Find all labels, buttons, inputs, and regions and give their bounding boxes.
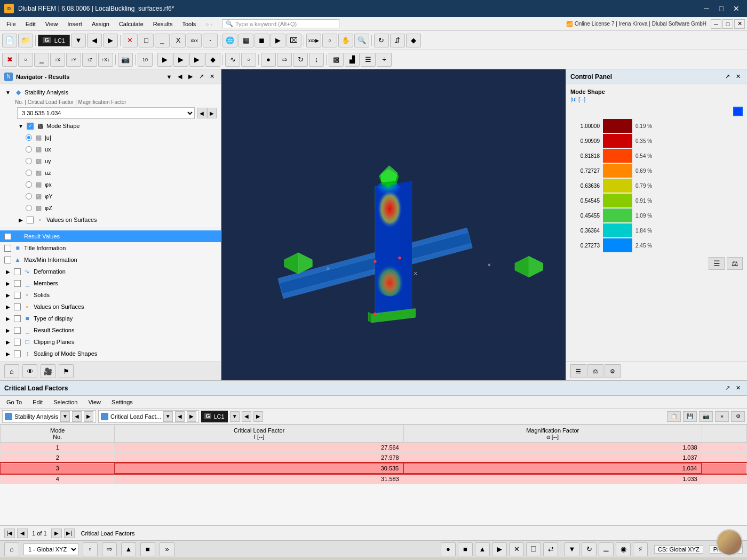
nav-dropdown[interactable]: ▼ xyxy=(164,72,174,82)
snap-btn[interactable]: ▫ xyxy=(322,34,337,47)
tool-node[interactable]: ● xyxy=(261,53,276,67)
bp-settings-btn[interactable]: ⚙ xyxy=(731,411,745,422)
tool-x[interactable]: X xyxy=(171,34,186,47)
cp-expand[interactable]: ▶ xyxy=(4,338,12,346)
menu-results[interactable]: Results xyxy=(149,20,177,28)
st-btn10[interactable]: ⚊ xyxy=(599,542,614,556)
status-home[interactable]: ⌂ xyxy=(4,542,19,556)
shade-btn[interactable]: ◼ xyxy=(255,34,269,47)
st-btn12[interactable]: ♯ xyxy=(633,542,648,556)
sc-checkbox[interactable] xyxy=(14,350,21,357)
mode-shape-parent[interactable]: ▼ ✓ ▩ Mode Shape xyxy=(0,120,221,132)
lc-selector[interactable]: G LC1 xyxy=(38,35,70,46)
st-btn4[interactable]: ▶ xyxy=(492,542,507,556)
cp-tool-settings[interactable]: ⚙ xyxy=(605,364,621,378)
sol-expand[interactable]: ▶ xyxy=(4,291,12,299)
tool-rotate2[interactable]: ↻ xyxy=(293,53,308,67)
st-btn5[interactable]: ✕ xyxy=(509,542,524,556)
camera-btn[interactable]: 📷 xyxy=(118,53,133,67)
status-tool3[interactable]: ▲ xyxy=(121,542,136,556)
sub-maximize[interactable]: □ xyxy=(722,19,733,29)
st-btn2[interactable]: ■ xyxy=(458,542,473,556)
mode-shape-checkbox[interactable]: ✓ xyxy=(27,123,34,130)
mode-next[interactable]: ▶ xyxy=(207,108,217,118)
tool-scale[interactable]: ↕ xyxy=(309,53,324,67)
tool-arr1[interactable]: ▶ xyxy=(157,53,172,67)
perspective-btn[interactable]: ◆ xyxy=(406,34,421,47)
menu-file[interactable]: File xyxy=(2,20,20,28)
values-surfaces-item[interactable]: ▶ ▫ Values on Surfaces xyxy=(0,214,221,226)
mode-px-item[interactable]: ▩ φx xyxy=(0,179,221,190)
table-row[interactable]: 2 27.978 1.037 xyxy=(1,453,747,463)
bp-export-btn[interactable]: 💾 xyxy=(683,411,697,422)
nav-next[interactable]: ▶ xyxy=(186,72,195,82)
radio-py[interactable] xyxy=(26,193,32,199)
radio-uz[interactable] xyxy=(26,170,32,176)
stability-analysis-item[interactable]: ▼ ◆ Stability Analysis xyxy=(0,86,221,98)
pg-next[interactable]: ▶ xyxy=(51,529,62,538)
tool-wave[interactable]: ∿ xyxy=(225,53,240,67)
nav-title-info[interactable]: ■ Title Information xyxy=(0,242,221,254)
radio-u[interactable] xyxy=(26,134,32,141)
nav-result-sections[interactable]: ▶ ⎯ Result Sections xyxy=(0,324,221,336)
sub-close[interactable]: ✕ xyxy=(734,19,745,29)
cp-btn-1[interactable]: ☰ xyxy=(709,257,725,270)
pan-btn[interactable]: ✋ xyxy=(338,34,353,47)
mode-py-item[interactable]: ▩ φY xyxy=(0,190,221,202)
ti-checkbox[interactable] xyxy=(4,245,11,252)
tool-array[interactable]: ☰ xyxy=(361,53,376,67)
mm-checkbox[interactable] xyxy=(4,257,11,263)
menu-edit[interactable]: Edit xyxy=(21,20,40,28)
cp-tool-balance[interactable]: ⚖ xyxy=(587,364,603,378)
st-btn6[interactable]: ☐ xyxy=(526,542,541,556)
cp-btn-2[interactable]: ⚖ xyxy=(727,257,743,270)
fit-btn[interactable]: ⇵ xyxy=(390,34,405,47)
stop-btn[interactable]: ✖ xyxy=(2,53,17,67)
def-checkbox[interactable] xyxy=(14,268,21,275)
bp-print-btn[interactable]: 📷 xyxy=(699,411,713,422)
member-btn[interactable]: ⎯ xyxy=(34,53,49,67)
rs-expand[interactable]: ▶ xyxy=(4,326,12,334)
sc-expand[interactable]: ▶ xyxy=(4,350,12,357)
td-expand[interactable]: ▶ xyxy=(4,315,12,322)
pg-first[interactable]: |◀ xyxy=(4,529,15,538)
st-btn7[interactable]: ⇄ xyxy=(543,542,558,556)
grid-btn[interactable]: ⌧ xyxy=(287,34,301,47)
mode-pz-item[interactable]: ▩ φZ xyxy=(0,202,221,214)
bp-result-selector[interactable]: Critical Load Fact... ▼ ◀ ▶ xyxy=(98,410,199,423)
nav-flag[interactable]: ⚑ xyxy=(59,364,74,378)
bp-lc-prev[interactable]: ◀ xyxy=(242,411,251,422)
sol-checkbox[interactable] xyxy=(14,292,21,299)
nav-clipping-planes[interactable]: ▶ □ Clipping Planes xyxy=(0,336,221,348)
st-btn9[interactable]: ↻ xyxy=(582,542,597,556)
nav-type-display[interactable]: ▶ ■ Type of display xyxy=(0,313,221,324)
bp-menu-edit[interactable]: Edit xyxy=(28,398,47,406)
tool-divide[interactable]: ÷ xyxy=(377,53,392,67)
nav-prev[interactable]: ◀ xyxy=(175,72,185,82)
bp-menu-view[interactable]: View xyxy=(84,398,105,406)
cp-restore[interactable]: ↗ xyxy=(722,72,732,82)
vs-checkbox[interactable] xyxy=(14,303,21,310)
axis-x[interactable]: ↑X xyxy=(50,53,65,67)
nav-camera[interactable]: 🎥 xyxy=(41,364,55,378)
nav-restore[interactable]: ↗ xyxy=(196,72,206,82)
vs-expand[interactable]: ▶ xyxy=(4,303,12,310)
radio-uy[interactable] xyxy=(26,158,32,164)
bp-s1-next[interactable]: ▶ xyxy=(84,411,93,422)
mem-expand[interactable]: ▶ xyxy=(4,279,12,287)
rs-checkbox[interactable] xyxy=(14,327,21,334)
coord-system-selector[interactable]: 1 - Global XYZ xyxy=(23,543,78,555)
table-row[interactable]: 4 31.583 1.033 xyxy=(1,474,747,484)
bp-close[interactable]: ✕ xyxy=(733,383,743,393)
new-btn[interactable]: 📄 xyxy=(2,34,17,47)
table-row[interactable]: 1 27.564 1.038 xyxy=(1,443,747,453)
tool-lines[interactable]: ⎯ xyxy=(155,34,170,47)
nav-maxmin-info[interactable]: ▲ Max/Min Information xyxy=(0,254,221,266)
mode-uz-item[interactable]: ▩ uz xyxy=(0,167,221,179)
mode-uy-item[interactable]: ▩ uy xyxy=(0,155,221,167)
pg-last[interactable]: ▶| xyxy=(64,529,75,538)
bp-menu-goto[interactable]: Go To xyxy=(2,398,26,406)
table-row-selected[interactable]: 3 30.535 1.034 xyxy=(1,463,747,474)
cube-btn[interactable]: ▫ xyxy=(18,53,33,67)
open-btn[interactable]: 📁 xyxy=(18,34,33,47)
